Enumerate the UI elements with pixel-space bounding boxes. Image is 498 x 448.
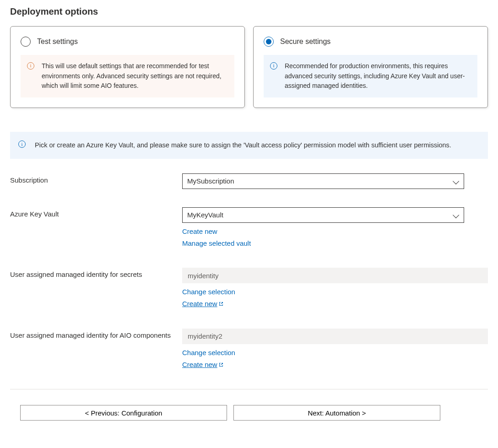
form-row-identity-secrets: User assigned managed identity for secre… <box>10 268 488 310</box>
option-card-secure[interactable]: Secure settings i Recommended for produc… <box>253 26 488 108</box>
chevron-down-icon <box>453 212 459 218</box>
form-row-identity-aio: User assigned managed identity for AIO c… <box>10 329 488 371</box>
deployment-options-row: Test settings i This will use default se… <box>10 26 488 108</box>
option-title-secure: Secure settings <box>280 38 330 46</box>
footer-nav: < Previous: Configuration Next: Automati… <box>10 405 488 421</box>
external-link-icon <box>218 359 224 364</box>
label-identity-aio: User assigned managed identity for AIO c… <box>10 329 182 339</box>
previous-button[interactable]: < Previous: Configuration <box>20 405 227 421</box>
link-create-new-identity-secrets[interactable]: Create new <box>182 298 224 310</box>
form-row-subscription: Subscription MySubscription <box>10 173 488 189</box>
page-heading: Deployment options <box>10 6 488 17</box>
link-manage-selected-vault[interactable]: Manage selected vault <box>182 237 251 249</box>
radio-test-settings[interactable] <box>21 37 31 47</box>
select-subscription-value: MySubscription <box>187 177 234 185</box>
label-key-vault: Azure Key Vault <box>10 207 182 218</box>
link-create-new-identity-aio[interactable]: Create new <box>182 359 224 371</box>
chevron-down-icon <box>453 178 459 184</box>
select-key-vault[interactable]: MyKeyVault <box>182 207 464 223</box>
info-text-test: This will use default settings that are … <box>42 61 226 91</box>
page-info-text: Pick or create an Azure Key Vault, and p… <box>35 140 451 150</box>
option-card-test[interactable]: Test settings i This will use default se… <box>10 26 245 108</box>
link-change-selection-aio[interactable]: Change selection <box>182 347 235 359</box>
field-identity-aio: myidentity2 <box>182 329 488 344</box>
info-icon: i <box>18 140 26 148</box>
link-change-selection-secrets[interactable]: Change selection <box>182 286 235 298</box>
form-row-key-vault: Azure Key Vault MyKeyVault Create new Ma… <box>10 207 488 250</box>
next-button[interactable]: Next: Automation > <box>233 405 440 421</box>
info-banner-secure: i Recommended for production environment… <box>264 55 477 97</box>
select-subscription[interactable]: MySubscription <box>182 173 464 189</box>
info-icon: i <box>27 62 34 70</box>
info-text-secure: Recommended for production environments,… <box>285 61 469 91</box>
option-title-test: Test settings <box>37 38 78 46</box>
divider <box>10 389 488 389</box>
label-subscription: Subscription <box>10 173 182 184</box>
label-identity-secrets: User assigned managed identity for secre… <box>10 268 182 278</box>
field-identity-secrets: myidentity <box>182 268 488 283</box>
external-link-icon <box>218 298 224 303</box>
info-banner-test: i This will use default settings that ar… <box>21 55 234 97</box>
radio-secure-settings[interactable] <box>264 37 274 47</box>
link-create-new-key-vault[interactable]: Create new <box>182 226 217 237</box>
page-info-banner: i Pick or create an Azure Key Vault, and… <box>10 132 488 158</box>
info-icon: i <box>270 62 277 70</box>
select-key-vault-value: MyKeyVault <box>187 211 223 219</box>
